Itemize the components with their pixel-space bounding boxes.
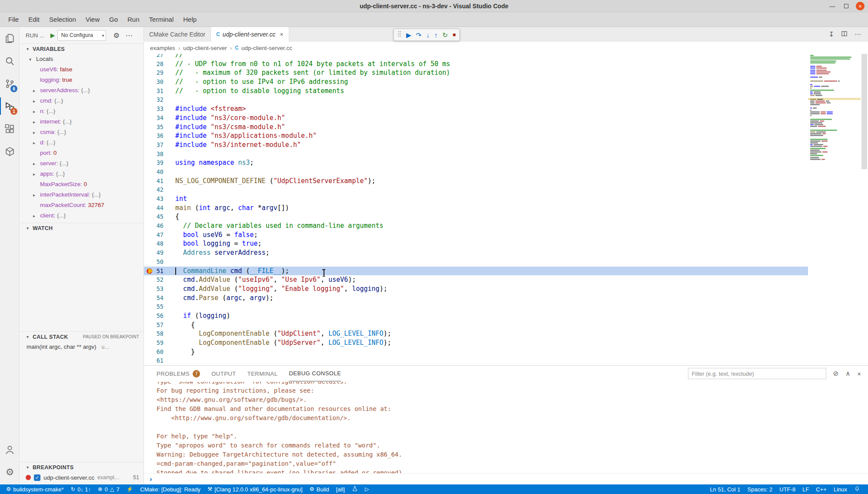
variable-maxPacketCount[interactable]: maxPacketCount: 32767 [20,200,144,210]
variable-csma[interactable]: ▸csma: {...} [20,127,144,137]
step-over-icon[interactable]: ↷ [416,32,422,38]
variable-server[interactable]: ▸server: {...} [20,158,144,169]
line-number[interactable]: 58 [144,329,164,338]
line-number[interactable]: 47 [144,230,164,240]
variable-internet[interactable]: ▸internet: {...} [20,117,144,127]
line-number[interactable]: 53 [144,284,164,294]
menu-view[interactable]: View [81,12,104,27]
code-line-56[interactable]: 56 if (logging) [144,311,868,320]
close-icon[interactable]: × [856,2,865,10]
variable-interPacketInterval[interactable]: ▸interPacketInterval: {...} [20,190,144,200]
explorer-icon[interactable] [0,27,20,50]
menu-selection[interactable]: Selection [44,12,81,27]
maximize-panel-icon[interactable]: ∧ [845,370,850,377]
code-line-27[interactable]: 27// [144,54,868,60]
breakpoints-section-header[interactable]: ▾ BREAKPOINTS [20,462,144,472]
code-line-58[interactable]: 58 LogComponentEnable ("UdpClient", LOG_… [144,329,868,338]
status-indentation[interactable]: Spaces: 2 [744,484,776,494]
line-number[interactable]: 39 [144,158,164,167]
start-debug-icon[interactable]: ▶ [50,32,55,39]
status-ctest[interactable] [348,484,361,494]
line-number[interactable]: 56 [144,311,164,320]
minimap[interactable] [808,54,861,365]
variable-apps[interactable]: ▸apps: {...} [20,169,144,179]
line-number[interactable]: 52 [144,275,164,284]
menu-terminal[interactable]: Terminal [144,12,179,27]
call-stack-section-header[interactable]: ▾ CALL STACK PAUSED ON BREAKPOINT [20,331,144,342]
restart-icon[interactable]: ↻ [442,32,448,38]
code-line-45[interactable]: 45{ [144,212,868,221]
variable-port[interactable]: port: 0 [20,148,144,158]
panel-tab-terminal[interactable]: TERMINAL [247,366,278,381]
variable-client[interactable]: ▸client: {...} [20,210,144,221]
code-line-32[interactable]: 32 [144,95,868,104]
code-line-54[interactable]: 54 cmd.Parse (argc, argv); [144,294,868,303]
code-line-28[interactable]: 28// - UDP flow from n0 to n1 of 1024 by… [144,60,868,69]
code-line-48[interactable]: 48 bool logging = true; [144,239,868,248]
line-number[interactable]: 34 [144,113,164,123]
panel-tab-problems[interactable]: PROBLEMS7 [157,366,200,381]
status-cursor-position[interactable]: Ln 51, Col 1 [706,484,744,494]
line-number[interactable]: 44 [144,204,164,213]
status-cmake-target[interactable]: [all] [333,484,348,494]
line-number[interactable]: 40 [144,167,164,177]
code-line-53[interactable]: 53 cmd.AddValue ("logging", "Enable logg… [144,284,868,294]
line-number[interactable]: 37 [144,140,164,150]
code-line-57[interactable]: 57 { [144,320,868,330]
variable-d[interactable]: ▸d: {...} [20,137,144,148]
menu-file[interactable]: File [3,12,23,27]
debug-console-input[interactable]: › [144,473,868,484]
status-cmake-status[interactable]: CMake: [Debug]: Ready [137,484,204,494]
variable-useV6[interactable]: useV6: false [20,64,144,75]
line-number[interactable]: 41 [144,177,164,186]
line-number[interactable]: 55 [144,302,164,311]
run-debug-icon[interactable]: 1 [0,95,20,117]
breadcrumb-file[interactable]: udp-client-server.cc [241,45,292,51]
tab-udp-client-server[interactable]: C udp-client-server.cc × [211,27,289,42]
download-arrow-icon[interactable]: ↧ [828,30,834,38]
clear-console-icon[interactable]: ⊘ [833,370,839,377]
line-number[interactable]: 35 [144,123,164,132]
code-line-34[interactable]: 34#include "ns3/core-module.h" [144,113,868,123]
breakpoint-row[interactable]: ✓ udp-client-server.cc exampl… 51 [20,472,144,483]
status-git-sync[interactable]: ↻0↓ 1↑ [67,484,95,494]
breadcrumb-folder[interactable]: examples [150,45,175,51]
menu-run[interactable]: Run [123,12,144,27]
status-cmake-build-button[interactable]: ⚙Build [306,484,333,494]
menu-help[interactable]: Help [178,12,201,27]
package-icon[interactable] [0,140,20,163]
panel-tab-debug-console[interactable]: DEBUG CONSOLE [289,366,341,381]
line-number[interactable]: 27 [144,54,164,60]
code-line-47[interactable]: 47 bool useV6 = false; [144,230,868,240]
code-line-31[interactable]: 31// - option to disable logging stateme… [144,87,868,96]
settings-gear-icon[interactable]: ⚙ [0,461,20,484]
source-control-icon[interactable]: 6 [0,72,20,95]
code-line-30[interactable]: 30// - option to use IPv4 or IPv6 addres… [144,77,868,87]
split-editor-icon[interactable] [841,30,848,39]
line-number[interactable]: 48 [144,239,164,248]
status-os[interactable]: Linux [830,484,851,494]
code-line-40[interactable]: 40 [144,167,868,177]
code-line-38[interactable]: 38 [144,150,868,159]
close-panel-icon[interactable]: × [857,370,861,377]
accounts-icon[interactable] [0,438,20,461]
line-number[interactable]: 59 [144,338,164,347]
code-line-35[interactable]: 35#include "ns3/csma-module.h" [144,123,868,132]
code-line-46[interactable]: 46 // Declare variables used in command-… [144,221,868,230]
variable-MaxPacketSize[interactable]: MaxPacketSize: 0 [20,179,144,190]
status-encoding[interactable]: UTF-8 [776,484,799,494]
stack-frame-row[interactable]: main(int argc, char ** argv)u… [20,342,144,352]
maximize-icon[interactable] [842,2,851,10]
continue-icon[interactable]: ▶ [406,32,411,38]
search-icon[interactable] [0,50,20,72]
code-line-36[interactable]: 36#include "ns3/applications-module.h" [144,131,868,140]
line-number[interactable]: 45 [144,212,164,221]
line-number[interactable]: 32 [144,95,164,104]
stop-icon[interactable]: ■ [453,32,456,37]
line-number[interactable]: 46 [144,221,164,230]
extensions-icon[interactable] [0,117,20,140]
editor-scrollbar[interactable] [861,54,868,365]
breadcrumb-folder[interactable]: udp-client-server [183,45,227,51]
watch-section-header[interactable]: ▾ WATCH [20,223,144,233]
line-number[interactable]: 43 [144,194,164,204]
